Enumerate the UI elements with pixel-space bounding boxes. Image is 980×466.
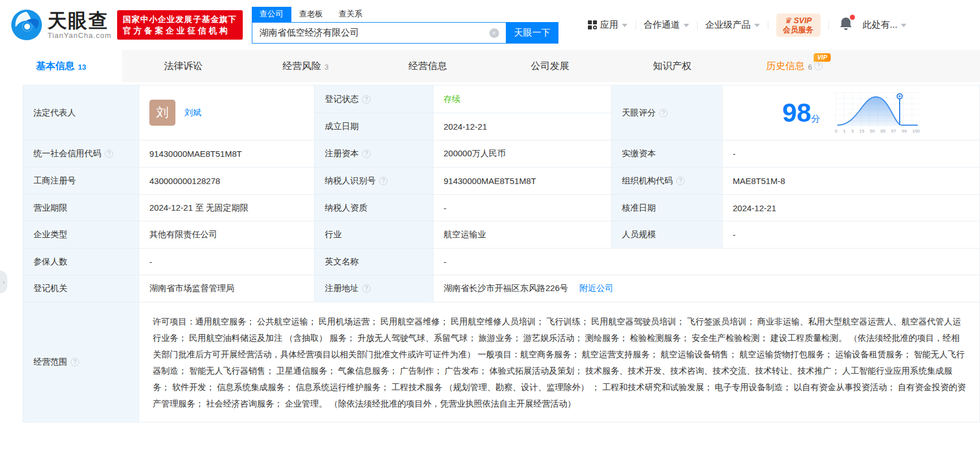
tab-label: 法律诉讼 (164, 59, 203, 72)
score-number: 98分 (782, 100, 820, 126)
reg-number-label-cell: 工商注册号 (23, 168, 139, 195)
org-code-label-cell: 组织机构代码? (612, 168, 723, 195)
header-nav: 应用 合作通道 企业级产品 ♛ SVIP 会员服务 此处有... (588, 14, 906, 37)
field-value: 2024-12-21 (444, 122, 487, 131)
score-label-cell: 天眼评分 ? (612, 85, 723, 140)
field-value: 航空运输业 (444, 229, 486, 240)
business-term-value-cell: 2024-12-21 至 无固定期限 (139, 195, 315, 221)
sidebar-collapse-handle[interactable]: ‹ (0, 271, 7, 293)
user-menu-label: 此处有... (863, 19, 897, 31)
tab-operating-risk[interactable]: 经营风险 3 (244, 50, 367, 82)
search-button[interactable]: 天眼一下 (506, 22, 558, 44)
help-icon[interactable]: ? (379, 177, 388, 185)
address-text: 湖南省长沙市开福区东风路226号 (444, 283, 568, 294)
company-type-label-cell: 企业类型 (23, 221, 139, 249)
tab-label: 经营风险 (282, 59, 321, 72)
user-menu[interactable]: 此处有... (863, 19, 906, 31)
help-icon[interactable]: ? (362, 149, 371, 158)
address-value-cell: 湖南省长沙市开福区东风路226号 附近公司 (433, 275, 980, 302)
search-area: 查公司 查老板 查关系 × 天眼一下 (252, 6, 558, 44)
chevron-down-icon (684, 24, 689, 27)
field-label: 人员规模 (622, 229, 656, 240)
help-icon[interactable]: ? (71, 358, 79, 366)
english-name-label-cell: 英文名称 (315, 249, 433, 275)
field-value: 其他有限责任公司 (149, 229, 217, 240)
legal-rep-avatar[interactable]: 刘 (149, 100, 175, 126)
tab-label: 知识产权 (653, 59, 691, 72)
help-icon[interactable]: ? (362, 95, 371, 104)
certification-badge: 国家中小企业发展子基金旗下 官方备案企业征信机构 (117, 10, 243, 40)
search-tab-relation[interactable]: 查关系 (331, 7, 371, 22)
field-label: 纳税人资质 (325, 203, 367, 213)
field-label: 登记状态 (325, 94, 359, 105)
score-axis-ticks: 0131550859799100 (835, 129, 920, 134)
svip-member-button[interactable]: ♛ SVIP 会员服务 (776, 14, 820, 37)
nav-partner-label: 合作通道 (644, 19, 680, 31)
basic-info-table: 法定代表人 刘 刘斌 登记状态 ? 存续 天眼评分 ? 98分 (23, 85, 980, 422)
taxpayer-quality-label-cell: 纳税人资质 (315, 195, 433, 221)
search-input[interactable] (252, 23, 506, 43)
svip-line1: ♛ SVIP (783, 16, 814, 25)
field-value: 430000000128278 (149, 176, 220, 186)
search-tabs: 查公司 查老板 查关系 (252, 6, 558, 22)
taxpayer-id-value-cell: 91430000MAE8T51M8T (433, 168, 612, 195)
field-label: 纳税人识别号 (325, 176, 376, 186)
field-label: 行业 (325, 229, 342, 240)
field-value: - (149, 257, 152, 267)
clear-icon[interactable]: × (489, 28, 499, 38)
org-code-value-cell: MAE8T51M-8 (723, 168, 980, 195)
tab-business-info[interactable]: 经营信息 (367, 50, 489, 82)
field-label: 工商注册号 (33, 176, 76, 186)
tab-legal-proceedings[interactable]: 法律诉讼 (122, 50, 244, 82)
reg-capital-value-cell: 200000万人民币 (433, 140, 612, 168)
credit-code-label-cell: 统一社会信用代码? (23, 140, 139, 168)
registry-authority-value-cell: 湖南省市场监督管理局 (139, 275, 315, 302)
legal-rep-label-cell: 法定代表人 (23, 85, 139, 140)
tianyancha-logo[interactable]: 天眼查 TianYanCha.com (10, 8, 111, 41)
status-badge: 存续 (444, 94, 461, 105)
approval-date-value-cell: 2024-12-21 (723, 195, 980, 221)
help-icon[interactable]: ? (676, 177, 685, 185)
tab-intellectual-property[interactable]: 知识产权 (611, 50, 733, 82)
nav-partner[interactable]: 合作通道 (644, 19, 689, 31)
help-icon[interactable]: ? (814, 62, 823, 70)
staff-size-value-cell: - (723, 221, 980, 249)
tab-company-development[interactable]: 公司发展 (489, 50, 611, 82)
field-label: 天眼评分 (622, 108, 656, 118)
tab-basic-info[interactable]: 基本信息 13 (0, 50, 122, 82)
field-label: 登记机关 (33, 283, 67, 294)
field-label: 统一社会信用代码 (33, 148, 101, 159)
legal-rep-name-link[interactable]: 刘斌 (184, 108, 201, 118)
establish-value-cell: 2024-12-21 (433, 113, 612, 140)
reg-status-label-cell: 登记状态 ? (315, 85, 433, 113)
score-distribution-chart: 0131550859799100 (835, 92, 920, 134)
paid-capital-value-cell: - (723, 140, 980, 168)
field-label: 英文名称 (325, 256, 359, 267)
field-value: 2024-12-21 (733, 203, 776, 213)
divider (697, 21, 698, 29)
field-value: - (733, 149, 736, 159)
divider (828, 21, 829, 29)
help-icon[interactable]: ? (362, 284, 371, 293)
credit-code-value-cell: 91430000MAE8T51M8T (139, 140, 315, 168)
nav-enterprise[interactable]: 企业级产品 (706, 19, 760, 31)
nav-enterprise-label: 企业级产品 (706, 19, 751, 31)
address-label-cell: 注册地址? (315, 275, 433, 302)
search-tab-boss[interactable]: 查老板 (291, 7, 331, 22)
nearby-companies-link[interactable]: 附近公司 (579, 283, 613, 294)
field-label: 组织机构代码 (622, 176, 673, 186)
notification-bell-button[interactable] (839, 16, 853, 33)
tab-history-info[interactable]: VIP 历史信息 6 ? (733, 50, 856, 82)
tab-label: 公司发展 (531, 59, 569, 72)
business-scope-value-cell: 许可项目：通用航空服务； 公共航空运输； 民用机场运营； 民用航空器维修； 民用… (139, 302, 980, 422)
help-icon[interactable]: ? (659, 109, 668, 117)
nav-apps[interactable]: 应用 (588, 19, 627, 31)
apps-grid-icon (588, 20, 597, 29)
search-tab-company[interactable]: 查公司 (252, 7, 291, 22)
field-value: MAE8T51M-8 (733, 176, 785, 186)
field-label: 企业类型 (33, 229, 67, 240)
chevron-down-icon (901, 24, 906, 27)
score-value: 98 (782, 98, 811, 127)
help-icon[interactable]: ? (105, 149, 113, 158)
crown-icon: ♛ (784, 16, 792, 25)
